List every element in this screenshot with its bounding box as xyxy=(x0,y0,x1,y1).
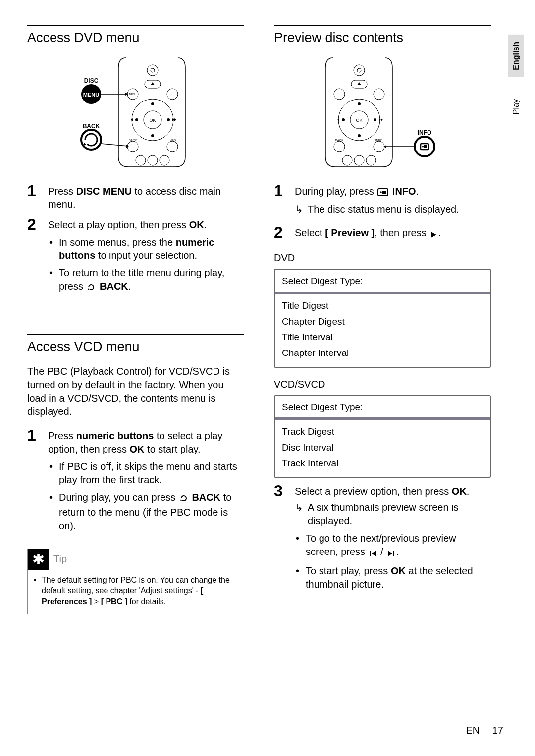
text: . xyxy=(204,219,207,230)
svg-point-28 xyxy=(357,68,361,72)
svg-point-27 xyxy=(354,65,365,76)
remote-svg: OK BACK INFO INFO xyxy=(311,55,454,169)
footer-page-number: 17 xyxy=(492,725,503,736)
text: DISC MENU xyxy=(76,186,132,197)
svg-point-41 xyxy=(374,141,384,152)
text: Select xyxy=(295,227,325,238)
step-number: 2 xyxy=(27,216,48,299)
bullet: If PBC is off, it skips the menu and sta… xyxy=(48,460,244,487)
svg-point-31 xyxy=(374,89,384,100)
step-number: 3 xyxy=(274,483,295,595)
svg-point-30 xyxy=(334,89,345,100)
text: . xyxy=(467,486,470,497)
text: To return to the title menu during play,… xyxy=(59,267,224,292)
svg-text:MENU: MENU xyxy=(83,92,99,98)
side-tabs: English Play xyxy=(508,35,524,121)
svg-text:OK: OK xyxy=(356,118,362,123)
step-number: 1 xyxy=(27,183,48,211)
tip-icon: ✱ xyxy=(28,549,49,570)
svg-text:OK: OK xyxy=(149,118,156,123)
text: BACK xyxy=(97,281,128,292)
panel-item: Chapter Interval xyxy=(282,345,483,361)
svg-point-19 xyxy=(160,155,169,165)
remote-figure-preview: OK BACK INFO INFO xyxy=(274,55,491,173)
svg-point-49 xyxy=(422,146,424,148)
svg-line-26 xyxy=(101,144,128,146)
left-column: Access DVD menu MENU OK BACK xyxy=(27,25,244,614)
text: to input your selection. xyxy=(95,250,197,261)
svg-point-1 xyxy=(151,68,155,72)
svg-point-11 xyxy=(135,118,138,121)
panel-item: Track Digest xyxy=(282,424,483,440)
svg-point-0 xyxy=(147,65,158,76)
play-right-icon xyxy=(430,228,437,242)
panel-title: Select Digest Type: xyxy=(275,270,490,292)
svg-text:DISC: DISC xyxy=(84,77,99,84)
side-tab-english: English xyxy=(508,35,524,77)
svg-point-43 xyxy=(342,155,352,165)
back-icon xyxy=(87,282,96,295)
text: OK xyxy=(452,486,467,497)
svg-text:MENU: MENU xyxy=(129,93,137,96)
text: Press xyxy=(48,430,76,441)
svg-text:BACK: BACK xyxy=(129,139,137,142)
svg-text:BACK: BACK xyxy=(83,123,100,130)
result-text: The disc status menu is displayed. xyxy=(295,203,491,216)
remote-figure-dvd: MENU OK BACK INFO DISC MENU xyxy=(27,55,244,173)
tip-text: The default setting for PBC is on. You c… xyxy=(34,575,238,607)
text: / xyxy=(378,546,386,557)
panel-vcd: Select Digest Type: Track Digest Disc In… xyxy=(274,395,491,478)
next-icon xyxy=(387,547,395,560)
panel-dvd: Select Digest Type: Title Digest Chapter… xyxy=(274,269,491,367)
svg-point-5 xyxy=(167,89,178,100)
svg-point-37 xyxy=(342,118,345,121)
svg-rect-55 xyxy=(370,551,371,556)
text: Select a play option, then press xyxy=(48,219,189,230)
paragraph: The PBC (Playback Control) for VCD/SVCD … xyxy=(27,365,244,418)
bullet: In some menus, press the numeric buttons… xyxy=(48,236,244,262)
text: Select a preview option, then press xyxy=(295,486,452,497)
tip-label: Tip xyxy=(54,553,67,566)
result-text: A six thumbnails preview screen is displ… xyxy=(295,501,491,528)
svg-text:BACK: BACK xyxy=(335,139,343,142)
svg-point-36 xyxy=(358,134,361,137)
svg-point-25 xyxy=(81,130,101,150)
svg-point-12 xyxy=(167,118,170,121)
panel-item: Disc Interval xyxy=(282,440,483,455)
step-number: 2 xyxy=(274,224,295,242)
text: . xyxy=(128,281,131,292)
page-footer: EN 17 xyxy=(466,724,503,737)
back-icon xyxy=(179,493,188,506)
svg-point-10 xyxy=(151,134,154,137)
step-1-vcd: 1 Press numeric buttons to select a play… xyxy=(27,427,244,537)
right-column: Preview disc contents OK BACK INFO INFO xyxy=(274,25,491,614)
panel-item: Track Interval xyxy=(282,455,483,471)
svg-rect-54 xyxy=(382,191,386,194)
text: OK xyxy=(391,565,406,576)
svg-point-39 xyxy=(334,141,345,152)
text: During play, you can press xyxy=(59,492,178,503)
svg-text:INFO: INFO xyxy=(418,129,432,136)
text: . xyxy=(416,186,419,197)
heading-access-dvd-menu: Access DVD menu xyxy=(27,25,244,47)
panel-item: Title Digest xyxy=(282,298,483,314)
svg-point-35 xyxy=(358,102,361,105)
side-tab-play: Play xyxy=(508,92,524,121)
svg-point-9 xyxy=(151,102,154,105)
svg-rect-50 xyxy=(424,145,427,148)
svg-text:INFO: INFO xyxy=(169,139,176,142)
prev-icon xyxy=(369,547,377,560)
step-3-preview: 3 Select a preview option, then press OK… xyxy=(274,483,491,595)
panel-item: Title Interval xyxy=(282,329,483,345)
svg-point-44 xyxy=(354,155,364,165)
svg-point-18 xyxy=(148,155,158,165)
text: OK xyxy=(189,219,204,230)
svg-point-38 xyxy=(374,118,376,121)
step-number: 1 xyxy=(27,427,48,537)
footer-lang: EN xyxy=(466,725,480,736)
svg-rect-56 xyxy=(393,551,395,556)
step-number: 1 xyxy=(274,183,295,219)
info-icon xyxy=(377,187,388,200)
svg-point-17 xyxy=(136,155,146,165)
text: , then press xyxy=(374,227,429,238)
